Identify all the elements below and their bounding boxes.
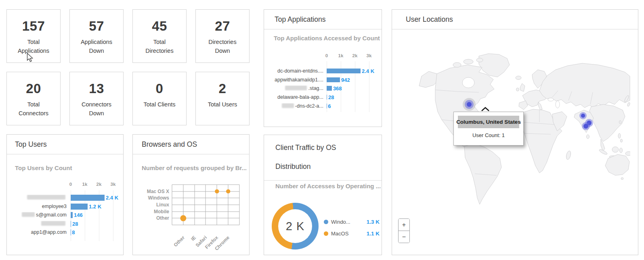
bar-value: 8: [72, 229, 75, 235]
redacted-text: [282, 103, 294, 108]
stat-card-total-directories[interactable]: 45 TotalDirectories: [132, 9, 187, 63]
panel-top-applications: Top Applications Top Applications Access…: [264, 9, 382, 127]
legend-dot: [324, 220, 328, 224]
bar-label: [7, 221, 71, 227]
bar[interactable]: [71, 204, 88, 210]
bar-label: appwithakamaiidp1....: [264, 77, 327, 83]
stat-card-connectors-down[interactable]: 13 ConnectorsDown: [69, 72, 124, 125]
stat-value: 13: [89, 82, 104, 95]
stat-label: DirectoriesDown: [208, 38, 236, 56]
stat-label: TotalDirectories: [145, 38, 173, 56]
world-map[interactable]: [418, 53, 630, 230]
stat-value: 27: [215, 19, 230, 33]
stat-card-applications-down[interactable]: 57 ApplicationsDown: [69, 9, 124, 63]
panel-client-traffic: Client Traffic by OS Distribution Number…: [264, 135, 382, 255]
tooltip-detail: User Count: 1: [454, 132, 523, 138]
y-axis-label: Other: [156, 215, 169, 221]
redacted-text: [27, 195, 65, 200]
stat-value: 0: [156, 82, 164, 95]
zoom-in-button[interactable]: +: [399, 219, 409, 231]
x-axis-label: Other: [173, 235, 186, 248]
y-axis-label: Linux: [156, 202, 169, 208]
bar[interactable]: [71, 212, 73, 218]
redacted-text: [285, 85, 307, 90]
bar-value: 146: [74, 212, 83, 218]
scatter-point[interactable]: [215, 189, 219, 193]
panel-user-locations: User Locations: [392, 9, 638, 255]
zoom-out-button[interactable]: −: [399, 231, 409, 243]
bar[interactable]: [71, 221, 71, 227]
scatter-point[interactable]: [180, 215, 186, 221]
bar-value: 28: [328, 94, 334, 100]
donut-chart[interactable]: 2 K: [272, 203, 319, 250]
tooltip-title: Columbus, United States: [458, 116, 519, 128]
stat-label: TotalConnectors: [19, 100, 48, 118]
chart-subtitle: Top Users by Count: [15, 164, 72, 171]
legend-item[interactable]: MacOS 1.1 K: [324, 229, 380, 238]
stat-label: ConnectorsDown: [82, 100, 111, 118]
scatter-chart: Mac OS X Windows Linux Mobile Other Othe…: [133, 178, 250, 255]
bar-value: 942: [341, 77, 350, 83]
scatter-point[interactable]: [226, 189, 230, 193]
stat-label: ApplicationsDown: [81, 38, 112, 56]
stat-value: 45: [152, 19, 167, 33]
panel-title: Browsers and OS: [133, 135, 249, 154]
stat-value: 157: [22, 19, 45, 33]
axis-tick: 0: [69, 182, 72, 187]
legend-item[interactable]: Windo... 1.3 K: [324, 217, 380, 226]
bar[interactable]: [327, 77, 340, 82]
stat-card-total-users[interactable]: 2 Total Users: [195, 72, 250, 125]
map-tooltip: Columbus, United States User Count: 1: [453, 112, 524, 146]
x-axis-label: IE: [190, 235, 197, 242]
legend-value: 1.3 K: [367, 219, 380, 225]
tooltip-caret: [480, 106, 490, 112]
axis-tick: 1k: [82, 182, 88, 187]
bar-value: 6: [328, 103, 331, 109]
stat-card-total-connectors[interactable]: 20 TotalConnectors: [6, 72, 61, 125]
axis-tick: 2k: [96, 182, 102, 187]
stat-label: Total Clients: [144, 100, 176, 109]
stat-value: 20: [26, 82, 41, 95]
bar-value: 1.2 K: [89, 204, 101, 210]
redacted-text: [41, 221, 65, 226]
bar-label: .stag...: [264, 85, 327, 92]
bar-label: employee3: [7, 204, 71, 209]
bar[interactable]: [327, 86, 332, 91]
panel-title: User Locations: [392, 10, 638, 29]
bar-value: 368: [333, 85, 342, 92]
map-zoom-controls: + −: [398, 218, 410, 243]
legend-value: 1.1 K: [367, 231, 380, 237]
map-marker-india-1[interactable]: [581, 114, 585, 118]
bar-label: [7, 195, 71, 201]
panel-top-users: Top Users Top Users by Count 0 1k 2k 3k …: [6, 134, 124, 255]
mouse-cursor: [27, 53, 34, 62]
panel-title: Top Applications: [264, 10, 382, 29]
bar[interactable]: [71, 195, 105, 201]
chart-subtitle: Number of requests grouped by Br...: [142, 164, 247, 171]
panel-browsers-os: Browsers and OS Number of requests group…: [132, 134, 250, 255]
bar-label: dc-domain-entdns....: [264, 68, 327, 74]
map-marker-india-3[interactable]: [583, 124, 588, 129]
stat-value: 2: [219, 82, 227, 95]
stat-value: 57: [89, 19, 104, 33]
axis-tick: 3k: [111, 182, 116, 187]
panel-title: Top Users: [7, 135, 123, 154]
bar-label: -dns-dc2-a...: [264, 103, 327, 109]
y-axis-label: Mac OS X: [147, 189, 169, 194]
chart-subtitle: Number of Accesses by Operating ...: [275, 183, 381, 189]
bar-value: 28: [72, 221, 78, 227]
axis-tick: 0: [325, 53, 328, 58]
axis-tick: 1k: [338, 53, 344, 58]
redacted-text: [22, 212, 35, 217]
stat-card-total-clients[interactable]: 0 Total Clients: [132, 72, 187, 125]
map-marker-columbus[interactable]: [467, 102, 472, 107]
bar-label: delaware-bala-app...: [264, 94, 327, 100]
y-axis-label: Windows: [148, 195, 169, 201]
axis-tick: 2k: [352, 53, 358, 58]
bar[interactable]: [327, 95, 327, 100]
bar[interactable]: [327, 69, 361, 73]
stat-card-directories-down[interactable]: 27 DirectoriesDown: [195, 9, 250, 63]
bar-label: s@gmail.com: [7, 212, 71, 218]
bar-value: 2.4 K: [106, 195, 118, 201]
stat-label: Total Users: [208, 100, 237, 109]
